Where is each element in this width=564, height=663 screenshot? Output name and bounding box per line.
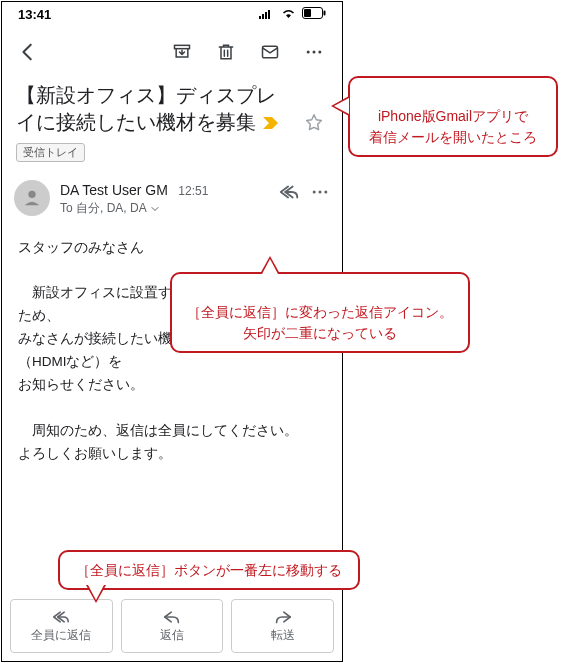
status-bar: 13:41 (2, 2, 342, 26)
reply-all-label: 全員に返信 (31, 627, 91, 644)
forward-label: 転送 (271, 627, 295, 644)
delete-button[interactable] (208, 34, 244, 70)
callout-1-tail (331, 96, 349, 116)
status-time: 13:41 (18, 7, 51, 22)
sender-time: 12:51 (178, 184, 208, 198)
svg-point-10 (313, 51, 316, 54)
svg-rect-7 (175, 45, 190, 48)
svg-point-12 (28, 191, 35, 198)
message-actions (278, 180, 330, 206)
avatar[interactable] (14, 180, 50, 216)
star-button[interactable] (300, 82, 328, 134)
callout-1: iPhone版Gmailアプリで 着信メールを開いたところ (348, 76, 558, 157)
svg-point-15 (324, 191, 327, 194)
sender-info: DA Test User GM 12:51 To 自分, DA, DA (60, 180, 268, 216)
callout-3-tail (86, 585, 106, 603)
forward-button[interactable]: 転送 (231, 599, 334, 653)
svg-rect-3 (268, 10, 270, 19)
wifi-icon (281, 7, 296, 22)
important-marker-icon[interactable] (262, 110, 280, 137)
reply-all-icon[interactable] (278, 182, 300, 206)
inbox-label[interactable]: 受信トレイ (16, 143, 85, 162)
reply-all-button[interactable]: 全員に返信 (10, 599, 113, 653)
message-more-button[interactable] (310, 182, 330, 206)
forward-icon (273, 609, 293, 625)
battery-icon (302, 7, 326, 22)
svg-rect-0 (259, 16, 261, 19)
svg-point-13 (313, 191, 316, 194)
callout-2: ［全員に返信］に変わった返信アイコン。 矢印が二重になっている (170, 272, 470, 353)
svg-rect-2 (265, 12, 267, 19)
recipients-text: To 自分, DA, DA (60, 201, 147, 217)
message-toolbar (2, 26, 342, 78)
status-icons (259, 7, 326, 22)
chevron-down-icon (149, 203, 161, 215)
subject-text: 【新設オフィス】ディスプレイに接続したい機材を募集 (16, 84, 276, 133)
sender-name: DA Test User GM (60, 182, 168, 198)
more-menu-button[interactable] (296, 34, 332, 70)
recipients-toggle[interactable]: To 自分, DA, DA (60, 201, 268, 217)
archive-button[interactable] (164, 34, 200, 70)
bottom-action-bar: 全員に返信 返信 転送 (10, 599, 334, 653)
reply-all-icon (51, 609, 71, 625)
email-subject: 【新設オフィス】ディスプレイに接続したい機材を募集 (16, 82, 294, 137)
subject-row: 【新設オフィス】ディスプレイに接続したい機材を募集 (2, 78, 342, 137)
svg-rect-5 (304, 9, 311, 17)
svg-point-9 (307, 51, 310, 54)
reply-button[interactable]: 返信 (121, 599, 224, 653)
svg-rect-1 (262, 14, 264, 19)
svg-point-14 (319, 191, 322, 194)
callout-3-text: ［全員に返信］ボタンが一番左に移動する (76, 562, 342, 578)
reply-label: 返信 (160, 627, 184, 644)
callout-2-tail (260, 256, 280, 274)
signal-icon (259, 7, 275, 22)
callout-2-text: ［全員に返信］に変わった返信アイコン。 矢印が二重になっている (187, 304, 453, 340)
mark-unread-button[interactable] (252, 34, 288, 70)
callout-1-text: iPhone版Gmailアプリで 着信メールを開いたところ (369, 108, 537, 144)
back-button[interactable] (10, 34, 46, 70)
sender-row: DA Test User GM 12:51 To 自分, DA, DA (2, 162, 342, 222)
svg-rect-6 (324, 10, 326, 15)
reply-icon (162, 609, 182, 625)
svg-point-11 (318, 51, 321, 54)
